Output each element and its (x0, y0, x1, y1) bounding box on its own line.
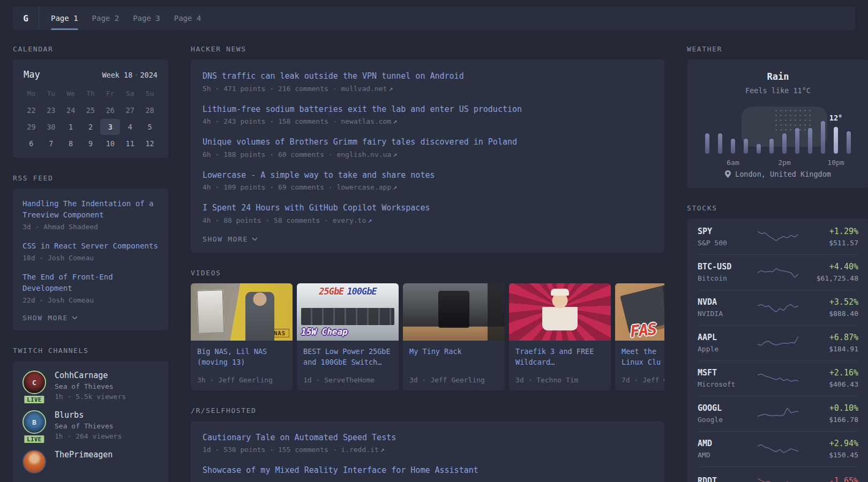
rss-item-title[interactable]: CSS in React Server Components (23, 240, 158, 252)
hn-show-more-button[interactable]: SHOW MORE (203, 235, 258, 243)
stock-name: AMD (698, 451, 758, 459)
stock-row[interactable]: AMDAMD +2.94%$150.45 (698, 431, 858, 466)
hn-item-title[interactable]: I Spent 24 Hours with GitHub Copilot Wor… (203, 202, 430, 214)
hn-item-domain[interactable]: every.to↗ (333, 216, 372, 224)
stock-ticker: MSFT (698, 368, 758, 378)
live-badge: LIVE (23, 434, 46, 445)
weather-bar (782, 133, 787, 154)
twitch-channel-row[interactable]: ThePrimeagen (23, 450, 159, 473)
tab-page-3[interactable]: Page 3 (133, 6, 160, 30)
stock-change: +1.29% (798, 227, 858, 236)
video-title[interactable]: Traefik 3 and FREE Wildcard… (515, 346, 604, 368)
chevron-down-icon (72, 316, 78, 320)
video-title[interactable]: Meet the Linux Clu (622, 346, 664, 368)
stock-ticker: BTC-USD (698, 262, 758, 272)
stock-row[interactable]: RDDT -1.65% (698, 466, 858, 482)
reddit-item-title[interactable]: Showcase of my Mixed Reality Interface f… (203, 464, 478, 477)
twitch-widget-label: TWITCH CHANNELS (13, 347, 168, 355)
stock-row[interactable]: BTC-USDBitcoin +4.40%$61,725.48 (698, 254, 858, 290)
hn-item-title[interactable]: Lowercase - A simple way to take and sha… (203, 169, 435, 182)
tab-page-1[interactable]: Page 1 (51, 6, 78, 30)
video-title[interactable]: My Tiny Rack (409, 346, 498, 357)
reddit-item-title[interactable]: Cautionary Tale on Automated Speed Tests (203, 432, 396, 444)
calendar-month: May (24, 69, 40, 80)
calendar-weekday: Th (81, 85, 101, 102)
hn-item-domain[interactable]: newatlas.com↗ (341, 117, 397, 125)
calendar-day: 26 (100, 102, 120, 118)
thumbnail-text: LIL NAS (255, 329, 289, 337)
stock-price: $888.40 (798, 310, 858, 318)
calendar-widget: CALENDAR May Week 18·2024 MoTuWeThFrSaSu… (13, 45, 168, 158)
stock-sparkline (758, 299, 798, 315)
weather-feels-like: Feels like 11°C (694, 86, 862, 95)
hn-item-title[interactable]: Unique volumes of Brothers Grimm fairy t… (203, 136, 517, 148)
thumbnail-text: FAS (629, 319, 657, 341)
stocks-widget: STOCKS SPYS&P 500 +1.29%$511.57 BTC-USDB… (687, 204, 868, 482)
stock-row[interactable]: NVDANVIDIA +3.52%$888.40 (698, 290, 858, 325)
video-title[interactable]: BEST Low Power 25GbE and 100GbE Switch… (303, 346, 392, 368)
video-card[interactable]: FAS Meet the Linux Clu 7d · Jeff Geerlin… (615, 283, 664, 390)
calendar-card: May Week 18·2024 MoTuWeThFrSaSu222324252… (13, 59, 168, 158)
calendar-day: 24 (61, 102, 81, 118)
calendar-widget-label: CALENDAR (13, 45, 168, 53)
rss-widget-label: RSS FEED (13, 174, 168, 182)
stock-sparkline (758, 474, 798, 482)
external-link-icon: ↗ (393, 150, 397, 159)
video-title[interactable]: Big NAS, Lil NAS (moving 13) (197, 346, 286, 368)
channel-name[interactable]: CohhCarnage (55, 371, 126, 380)
stock-price: $406.43 (798, 380, 858, 388)
stock-change: +0.10% (798, 403, 858, 413)
stock-ticker: AMD (698, 439, 758, 448)
video-card[interactable]: 25GbE100GbE 15W Cheap BEST Low Power 25G… (297, 283, 399, 390)
channel-name[interactable]: Blurbs (55, 410, 122, 420)
weather-time-label: 2pm (778, 159, 790, 167)
video-card[interactable]: LIL NAS Big NAS, Lil NAS (moving 13) 3h … (191, 283, 293, 390)
hn-item-title[interactable]: DNS traffic can leak outside the VPN tun… (203, 70, 464, 82)
hn-item-meta: 4h · 88 points · 58 comments · every.to↗ (203, 216, 653, 224)
video-thumbnail: 25GbE100GbE 15W Cheap (297, 283, 399, 341)
reddit-card: Cautionary Tale on Automated Speed Tests… (191, 421, 664, 482)
rss-show-more-button[interactable]: SHOW MORE (23, 314, 78, 322)
channel-name[interactable]: ThePrimeagen (55, 450, 113, 460)
video-card[interactable]: My Tiny Rack 3d · Jeff Geerling (403, 283, 505, 390)
channel-game: Sea of Thieves (55, 422, 122, 430)
location-pin-icon (725, 170, 731, 178)
rss-item: The End of Front-End Development 22d · J… (23, 272, 159, 304)
calendar-weekday: Mo (21, 85, 41, 102)
rss-item-title[interactable]: Handling The Indentation of a Treeview C… (23, 198, 159, 221)
weather-hourly-chart: 12°6am2pm10pm (705, 107, 851, 154)
calendar-day: 11 (120, 135, 140, 152)
stock-row[interactable]: MSFTMicrosoft +2.16%$406.43 (698, 360, 858, 396)
app-logo[interactable]: G (13, 6, 39, 30)
videos-widget-label: VIDEOS (191, 269, 664, 277)
hn-item-domain[interactable]: lowercase.app↗ (336, 183, 397, 191)
calendar-day: 30 (41, 119, 61, 135)
twitch-channel-row[interactable]: C LIVE CohhCarnage Sea of Thieves 1h · 5… (23, 371, 159, 401)
rss-item-meta: 22d · Josh Comeau (23, 296, 159, 304)
video-card[interactable]: Traefik 3 and FREE Wildcard… 3d · Techno… (509, 283, 611, 390)
tab-page-2[interactable]: Page 2 (92, 6, 119, 30)
rss-item-title[interactable]: The End of Front-End Development (23, 272, 159, 294)
stock-price: $150.45 (798, 451, 858, 459)
stock-row[interactable]: SPYS&P 500 +1.29%$511.57 (698, 220, 858, 254)
calendar-weekday: We (61, 85, 81, 102)
left-column: CALENDAR May Week 18·2024 MoTuWeThFrSaSu… (13, 30, 168, 482)
hn-item-title[interactable]: Lithium-free sodium batteries exit the l… (203, 103, 522, 116)
tab-page-4[interactable]: Page 4 (174, 6, 201, 30)
avatar-wrap: B LIVE (23, 410, 46, 440)
stock-row[interactable]: GOOGLGoogle +0.10%$166.78 (698, 396, 858, 431)
hn-item-domain[interactable]: english.nv.ua↗ (336, 150, 397, 159)
weather-bar (821, 121, 825, 154)
weather-bar (757, 144, 761, 154)
twitch-channel-row[interactable]: B LIVE Blurbs Sea of Thieves 1h · 264 vi… (23, 410, 159, 440)
reddit-item-domain[interactable]: i.redd.it↗ (341, 446, 384, 454)
weather-bar (795, 128, 799, 154)
external-link-icon: ↗ (393, 183, 397, 191)
stock-row[interactable]: AAPLApple +6.87%$184.91 (698, 325, 858, 360)
weather-bar-highlighted (834, 127, 838, 154)
calendar-day: 1 (61, 119, 81, 135)
hn-item-meta: 5h · 471 points · 216 comments · mullvad… (203, 85, 653, 93)
hacker-news-card: DNS traffic can leak outside the VPN tun… (191, 59, 664, 253)
thumbnail-text: 15W Cheap (301, 327, 348, 337)
hn-item-domain[interactable]: mullvad.net↗ (341, 85, 393, 93)
